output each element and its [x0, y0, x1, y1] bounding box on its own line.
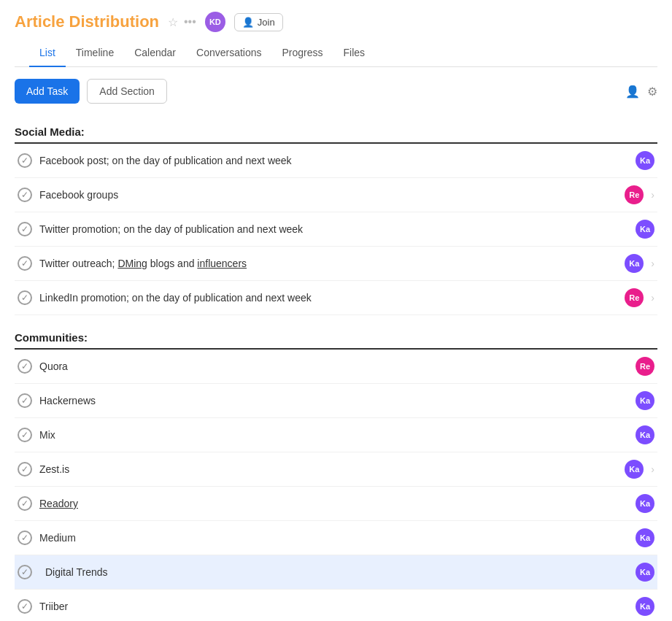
- nav-tabs: List Timeline Calendar Conversations Pro…: [15, 39, 657, 67]
- assignee-avatar: Ka: [636, 597, 654, 616]
- tab-conversations[interactable]: Conversations: [186, 39, 272, 67]
- person-icon: 👤: [242, 17, 254, 28]
- task-text: Hackernews: [39, 395, 628, 406]
- task-checkbox[interactable]: ✓: [18, 496, 32, 511]
- chevron-right-icon: ›: [651, 189, 654, 201]
- task-row[interactable]: ✓ Triiber Ka: [15, 590, 657, 621]
- task-text: Zest.is: [39, 463, 617, 475]
- tab-progress[interactable]: Progress: [272, 39, 333, 67]
- task-list-content: Social Media: ✓ Facebook post; on the da…: [0, 115, 672, 621]
- task-checkbox[interactable]: ✓: [18, 153, 32, 168]
- task-checkbox[interactable]: ✓: [18, 531, 32, 545]
- chevron-right-icon: ›: [651, 292, 654, 304]
- assignee-avatar: Ka: [636, 391, 654, 410]
- task-checkbox[interactable]: ✓: [18, 256, 32, 271]
- task-checkbox[interactable]: ✓: [18, 359, 32, 374]
- task-text: Facebook groups: [39, 189, 617, 201]
- assignee-avatar: Re: [636, 357, 654, 376]
- task-checkbox[interactable]: ✓: [18, 428, 32, 442]
- task-checkbox[interactable]: ✓: [18, 565, 32, 579]
- task-row[interactable]: ✓ Mix Ka: [15, 418, 657, 452]
- filter-settings-icon[interactable]: ⚙: [647, 85, 657, 99]
- task-text: Twitter promotion; on the day of publica…: [39, 223, 628, 235]
- add-section-button[interactable]: Add Section: [87, 79, 167, 104]
- task-row[interactable]: ✓ Zest.is Ka ›: [15, 452, 657, 487]
- avatar: KD: [205, 12, 225, 32]
- assignee-avatar: Ka: [636, 528, 654, 547]
- page-header: Article Distribution ☆ ••• KD 👤 Join Lis…: [0, 0, 672, 67]
- task-checkbox[interactable]: ✓: [18, 462, 32, 477]
- task-text: Readory: [39, 498, 628, 509]
- task-text: Twitter outreach; DMing blogs and influe…: [39, 258, 617, 269]
- tab-list[interactable]: List: [29, 39, 66, 67]
- task-checkbox[interactable]: ✓: [18, 222, 32, 236]
- task-text: Medium: [39, 532, 628, 544]
- assignee-avatar: Ka: [625, 460, 644, 479]
- header-icons: ☆ •••: [168, 15, 196, 29]
- task-row[interactable]: ✓ Digital Trends Ka: [15, 555, 657, 590]
- assignee-avatar: Ka: [636, 494, 654, 513]
- task-row[interactable]: ✓ Readory Ka: [15, 487, 657, 521]
- task-text: Mix: [39, 429, 628, 441]
- assignee-avatar: Ka: [636, 563, 654, 582]
- tab-timeline[interactable]: Timeline: [66, 39, 124, 67]
- person-filter-icon[interactable]: 👤: [625, 85, 640, 99]
- task-checkbox[interactable]: ✓: [18, 188, 32, 202]
- task-row[interactable]: ✓ LinkedIn promotion; on the day of publ…: [15, 281, 657, 315]
- chevron-right-icon: ›: [651, 258, 654, 269]
- task-checkbox[interactable]: ✓: [18, 290, 32, 305]
- task-text: Triiber: [39, 601, 628, 612]
- task-row[interactable]: ✓ Medium Ka: [15, 521, 657, 555]
- join-button[interactable]: 👤 Join: [234, 13, 283, 31]
- task-row[interactable]: ✓ Facebook groups Re ›: [15, 178, 657, 212]
- assignee-avatar: Re: [625, 185, 644, 204]
- task-row[interactable]: ✓ Hackernews Ka: [15, 384, 657, 418]
- section-header-communities: Communities:: [15, 321, 657, 350]
- project-title: Article Distribution: [15, 12, 159, 31]
- task-text: LinkedIn promotion; on the day of public…: [39, 292, 617, 304]
- task-text: Quora: [39, 360, 628, 372]
- task-row[interactable]: ✓ Twitter promotion; on the day of publi…: [15, 212, 657, 247]
- task-text: Digital Trends: [39, 566, 628, 578]
- section-header-social-media: Social Media:: [15, 115, 657, 144]
- star-icon[interactable]: ☆: [168, 15, 178, 29]
- assignee-avatar: Ka: [636, 151, 654, 170]
- task-row[interactable]: ✓ Quora Re: [15, 350, 657, 384]
- task-row[interactable]: ✓ Facebook post; on the day of publicati…: [15, 144, 657, 178]
- tab-files[interactable]: Files: [333, 39, 376, 67]
- more-options-icon[interactable]: •••: [184, 15, 196, 28]
- toolbar: Add Task Add Section 👤 ⚙: [0, 67, 672, 115]
- tab-calendar[interactable]: Calendar: [124, 39, 186, 67]
- add-task-button[interactable]: Add Task: [15, 79, 80, 104]
- assignee-avatar: Ka: [636, 220, 654, 239]
- chevron-right-icon: ›: [651, 463, 654, 475]
- assignee-avatar: Ka: [636, 425, 654, 444]
- task-checkbox[interactable]: ✓: [18, 599, 32, 614]
- task-row[interactable]: ✓ Twitter outreach; DMing blogs and infl…: [15, 247, 657, 281]
- task-text: Facebook post; on the day of publication…: [39, 155, 628, 166]
- task-checkbox[interactable]: ✓: [18, 393, 32, 408]
- assignee-avatar: Re: [625, 288, 644, 307]
- assignee-avatar: Ka: [625, 254, 644, 273]
